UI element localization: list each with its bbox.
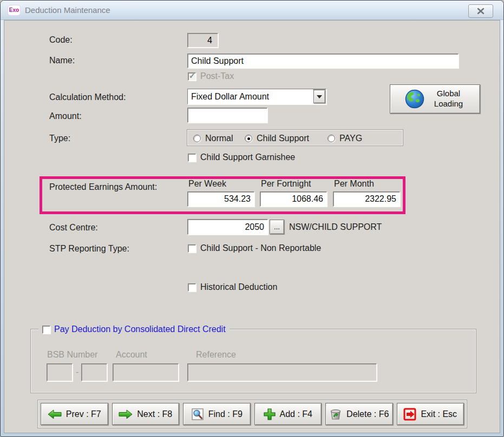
calculation-method-dropdown[interactable]: Fixed Dollar Amount [187,89,326,104]
account-input[interactable] [113,363,179,381]
deduction-maintenance-dialog: Exo Deduction Maintenance Code: 4 Name: … [0,0,504,437]
protected-earnings-label: Protected Earnings Amount: [49,182,157,192]
calculation-method-value: Fixed Dollar Amount [188,89,313,104]
add-button[interactable]: Add : F4 [254,403,322,425]
close-button[interactable] [468,4,493,18]
prev-button[interactable]: Prev : F7 [41,403,108,425]
post-tax-checkbox[interactable] [188,72,196,81]
cost-centre-input[interactable] [187,219,268,235]
exit-button[interactable]: Exit : Esc [397,403,464,425]
exo-app-icon: Exo [8,5,21,16]
exit-icon [403,408,416,421]
type-option-payg[interactable]: PAYG [328,134,362,143]
global-loading-button[interactable]: Global Loading [390,84,480,114]
global-loading-label: Global Loading [431,89,466,109]
globe-icon [404,89,425,109]
arrow-right-icon [119,409,133,419]
cost-centre-label: Cost Centre: [49,223,98,233]
cost-centre-description: NSW/CHILD SUPPORT [289,222,382,232]
account-label: Account [116,350,147,360]
per-week-input[interactable] [187,191,254,207]
amount-label: Amount: [49,111,82,121]
add-button-label: Add : F4 [280,409,312,419]
find-button-label: Find : F9 [208,409,243,419]
radio-payg[interactable] [328,135,335,142]
name-input[interactable] [187,54,459,68]
historical-row[interactable]: Historical Deduction [188,282,277,292]
per-month-input[interactable] [333,191,400,207]
stp-label: STP Reporting Type: [49,244,129,254]
bsb2-input[interactable] [81,363,107,381]
garnishee-checkbox[interactable] [188,154,196,162]
exit-button-label: Exit : Esc [421,409,457,419]
historical-checkbox[interactable] [188,283,196,292]
type-label: Type: [49,134,70,143]
per-fortnight-input[interactable] [260,191,327,207]
dropdown-button[interactable] [313,90,325,103]
direct-credit-groupbox: Pay Deduction by Consolidated Direct Cre… [30,329,476,393]
per-week-label: Per Week [188,179,226,189]
title-bar: Exo Deduction Maintenance [1,1,503,20]
radio-normal-label: Normal [205,134,233,143]
bsb-number-label: BSB Number [47,350,97,360]
stp-row[interactable]: Child Support - Non Reportable [188,243,321,253]
magnifier-icon [191,408,204,421]
next-button[interactable]: Next : F8 [112,403,180,425]
delete-button-label: Delete : F6 [346,409,389,419]
type-option-normal[interactable]: Normal [193,134,233,143]
per-month-label: Per Month [334,179,374,189]
garnishee-row[interactable]: Child Support Garnishee [188,153,295,162]
direct-credit-legend[interactable]: Pay Deduction by Consolidated Direct Cre… [38,325,230,334]
bsb1-input[interactable] [47,363,73,381]
code-label: Code: [49,35,73,45]
reference-label: Reference [196,350,236,360]
radio-child-support-label: Child Support [257,134,309,143]
name-label: Name: [49,56,75,65]
historical-label: Historical Deduction [200,282,277,292]
button-bar: Prev : F7 Next : F8 Find : F9 Add : [37,400,467,428]
direct-credit-label: Pay Deduction by Consolidated Direct Cre… [54,325,226,334]
garnishee-label: Child Support Garnishee [200,153,295,162]
amount-input[interactable] [187,108,267,123]
delete-button[interactable]: Delete : F6 [325,403,393,425]
next-button-label: Next : F8 [137,409,172,419]
post-tax-label: Post-Tax [200,71,234,81]
direct-credit-checkbox[interactable] [42,326,50,334]
code-field: 4 [187,33,218,48]
stp-checkbox-label: Child Support - Non Reportable [200,243,321,253]
cost-centre-browse-button[interactable]: ... [270,220,284,234]
type-option-child-support[interactable]: Child Support [245,134,309,143]
recycle-bin-icon [329,408,342,421]
reference-input[interactable] [187,363,377,381]
radio-child-support[interactable] [245,135,252,142]
arrow-left-icon [48,409,62,419]
calculation-method-label: Calculation Method: [49,92,126,102]
window-title: Deduction Maintenance [25,5,110,15]
post-tax-row: Post-Tax [188,71,234,81]
prev-button-label: Prev : F7 [66,409,101,419]
stp-checkbox[interactable] [188,244,196,253]
per-fortnight-label: Per Fortnight [261,179,311,189]
find-button[interactable]: Find : F9 [183,403,251,425]
radio-normal[interactable] [193,135,201,142]
close-icon [477,8,484,14]
chevron-down-icon [317,95,322,98]
plus-icon [264,408,276,420]
radio-payg-label: PAYG [339,134,362,143]
bsb-separator: - [76,367,78,377]
